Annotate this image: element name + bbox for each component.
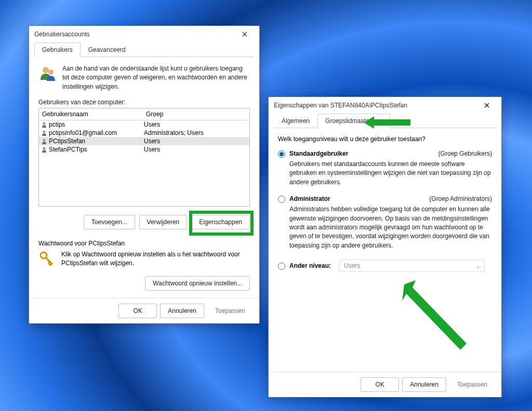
row-username: pctipsinfo01@gmail.com bbox=[49, 129, 144, 136]
row-group: Users bbox=[144, 121, 247, 128]
password-section: Wachtwoord voor PCtipsStefan Klik op Wac… bbox=[38, 240, 250, 291]
tab-general[interactable]: Algemeen bbox=[274, 114, 317, 128]
radio-label: Administrator bbox=[289, 195, 330, 202]
cancel-button[interactable]: Annuleren bbox=[402, 377, 446, 392]
row-username: StefanPCTips bbox=[49, 146, 144, 153]
close-icon bbox=[242, 32, 247, 37]
properties-button[interactable]: Eigenschappen bbox=[191, 215, 250, 229]
list-label: Gebruikers van deze computer: bbox=[38, 99, 250, 106]
option-other[interactable]: Ander niveau: Users ⌄ bbox=[278, 259, 492, 272]
user-list: Gebruikersnaam Groep pctips Users pctips… bbox=[38, 108, 250, 207]
other-level-select[interactable]: Users ⌄ bbox=[339, 259, 485, 272]
user-icon bbox=[41, 121, 47, 128]
list-item[interactable]: StefanPCTips Users bbox=[39, 145, 249, 154]
user-icon bbox=[41, 146, 47, 153]
add-button[interactable]: Toevoegen... bbox=[84, 215, 135, 229]
apply-button[interactable]: Toepassen bbox=[449, 377, 495, 392]
close-icon bbox=[484, 103, 489, 108]
row-group: Administrators; Users bbox=[144, 129, 247, 136]
ok-button[interactable]: OK bbox=[361, 377, 399, 392]
standard-desc: Gebruikers met standaardaccounts kunnen … bbox=[289, 160, 492, 187]
list-item[interactable]: pctipsinfo01@gmail.com Administrators; U… bbox=[39, 129, 249, 137]
close-button[interactable] bbox=[235, 27, 254, 42]
close-button[interactable] bbox=[477, 98, 496, 113]
svg-point-4 bbox=[43, 139, 46, 142]
radio-standard[interactable] bbox=[278, 150, 285, 158]
tabstrip: Algemeen Groepslidmaatschap bbox=[274, 114, 496, 128]
content-pane: Aan de hand van de onderstaande lijst ku… bbox=[29, 57, 259, 298]
dialog-footer: OK Annuleren Toepassen bbox=[269, 372, 501, 397]
row-username: PCtipsStefan bbox=[49, 138, 144, 145]
tabstrip: Gebruikers Geavanceerd bbox=[34, 43, 254, 57]
admin-desc: Administrators hebben volledige toegang … bbox=[289, 205, 492, 250]
dialog-title: Eigenschappen van STEFAN840A\PCtipsStefa… bbox=[274, 102, 407, 109]
intro-block: Aan de hand van de onderstaande lijst ku… bbox=[38, 64, 250, 91]
user-icon bbox=[41, 130, 47, 136]
user-accounts-dialog: Gebruikersaccounts Gebruikers Geavanceer… bbox=[29, 25, 260, 324]
select-value: Users bbox=[344, 262, 360, 269]
password-title: Wachtwoord voor PCtipsStefan bbox=[38, 240, 250, 247]
radio-label: Standaardgebruiker bbox=[289, 150, 348, 157]
dialog-title: Gebruikersaccounts bbox=[34, 31, 90, 38]
cancel-button[interactable]: Annuleren bbox=[160, 304, 204, 318]
properties-dialog: Eigenschappen van STEFAN840A\PCtipsStefa… bbox=[268, 97, 502, 398]
tab-membership[interactable]: Groepslidmaatschap bbox=[317, 114, 390, 128]
intro-text: Aan de hand van de onderstaande lijst ku… bbox=[62, 64, 250, 91]
radio-admin[interactable] bbox=[278, 196, 285, 203]
svg-point-2 bbox=[43, 122, 46, 125]
content-pane: Welk toegangsniveau wilt u deze gebruike… bbox=[269, 128, 501, 372]
row-group: Users bbox=[144, 146, 247, 153]
row-username: pctips bbox=[49, 121, 144, 128]
dialog-footer: OK Annuleren Toepassen bbox=[29, 298, 259, 323]
radio-other[interactable] bbox=[278, 263, 285, 270]
people-icon bbox=[38, 64, 57, 83]
access-question: Welk toegangsniveau wilt u deze gebruike… bbox=[278, 135, 492, 143]
radio-label: Ander niveau: bbox=[289, 262, 331, 269]
user-icon bbox=[41, 138, 47, 144]
list-buttons: Toevoegen... Verwijderen Eigenschappen bbox=[38, 215, 250, 229]
row-group: Users bbox=[144, 138, 247, 145]
svg-point-1 bbox=[48, 70, 54, 75]
ok-button[interactable]: OK bbox=[118, 304, 157, 318]
radio-aside: (Groep Administrators) bbox=[429, 195, 492, 202]
svg-point-5 bbox=[43, 147, 46, 150]
titlebar: Gebruikersaccounts bbox=[29, 26, 259, 43]
tab-advanced[interactable]: Geavanceerd bbox=[81, 43, 134, 57]
list-item[interactable]: PCtipsStefan Users bbox=[39, 137, 249, 145]
option-admin[interactable]: Administrator (Groep Administrators) bbox=[278, 195, 492, 203]
list-item[interactable]: pctips Users bbox=[39, 120, 249, 129]
remove-button[interactable]: Verwijderen bbox=[139, 215, 188, 229]
key-icon bbox=[38, 250, 54, 266]
reset-password-button[interactable]: Wachtwoord opnieuw instellen... bbox=[145, 276, 250, 291]
col-username[interactable]: Gebruikersnaam bbox=[39, 108, 143, 120]
option-standard[interactable]: Standaardgebruiker (Groep Gebruikers) bbox=[278, 150, 492, 158]
tab-users[interactable]: Gebruikers bbox=[34, 43, 81, 57]
svg-point-3 bbox=[43, 131, 46, 133]
svg-point-0 bbox=[43, 67, 49, 73]
chevron-down-icon: ⌄ bbox=[476, 263, 480, 269]
radio-aside: (Groep Gebruikers) bbox=[438, 150, 492, 157]
list-header: Gebruikersnaam Groep bbox=[39, 108, 249, 120]
col-group[interactable]: Groep bbox=[143, 108, 249, 120]
password-desc: Klik op Wachtwoord opnieuw instellen als… bbox=[61, 250, 250, 268]
titlebar: Eigenschappen van STEFAN840A\PCtipsStefa… bbox=[269, 97, 501, 114]
apply-button[interactable]: Toepassen bbox=[207, 304, 253, 318]
